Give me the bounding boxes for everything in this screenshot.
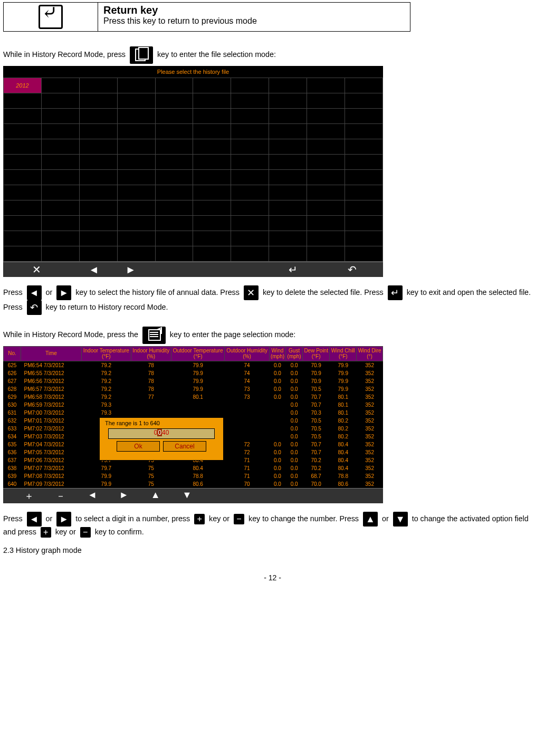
file-grid-cell[interactable] [269,155,307,170]
file-grid-cell[interactable] [41,185,79,200]
file-grid-cell[interactable] [307,246,345,262]
file-grid-cell[interactable] [231,124,269,139]
file-grid-cell[interactable] [345,185,383,200]
file-grid-cell[interactable] [79,200,117,216]
file-grid-cell[interactable] [231,216,269,231]
file-grid-cell[interactable] [307,231,345,246]
file-grid-cell[interactable] [79,216,117,231]
file-grid-cell[interactable] [155,170,193,185]
file-grid-cell[interactable] [4,139,42,155]
file-grid-cell[interactable] [307,78,345,93]
file-grid-cell[interactable] [155,124,193,139]
file-grid-cell[interactable] [345,155,383,170]
file-grid-cell[interactable] [117,216,155,231]
left-arrow-icon[interactable]: ◄ [57,262,115,277]
file-grid-cell[interactable] [155,200,193,216]
file-grid-cell[interactable] [307,139,345,155]
file-grid-cell[interactable] [117,231,155,246]
file-grid-cell[interactable] [193,78,231,93]
down-arrow-icon[interactable]: ▼ [182,489,214,503]
file-grid-cell[interactable] [155,246,193,262]
file-grid-cell[interactable] [41,200,79,216]
file-grid-cell[interactable] [269,93,307,109]
file-grid-cell[interactable] [307,93,345,109]
ok-button[interactable]: Ok [117,441,160,452]
file-grid-cell[interactable] [231,185,269,200]
right-arrow-icon[interactable]: ► [115,262,152,277]
file-grid-cell[interactable] [231,200,269,216]
file-grid-cell[interactable] [345,124,383,139]
file-grid-cell[interactable] [193,109,231,124]
file-grid-cell[interactable] [345,200,383,216]
file-grid-cell[interactable] [41,170,79,185]
up-arrow-icon[interactable]: ▲ [151,489,183,503]
file-grid-cell[interactable] [231,155,269,170]
cancel-button[interactable]: Cancel [163,441,206,452]
file-grid-cell[interactable] [193,139,231,155]
file-grid-cell[interactable] [117,139,155,155]
file-grid-cell[interactable] [155,155,193,170]
file-grid-cell[interactable] [307,124,345,139]
file-grid-cell[interactable] [79,93,117,109]
file-grid-cell[interactable] [231,139,269,155]
file-grid-cell[interactable] [4,231,42,246]
file-grid-cell[interactable] [307,155,345,170]
file-grid-cell[interactable] [269,124,307,139]
plus-icon[interactable]: ＋ [24,489,56,503]
file-grid-cell[interactable] [41,124,79,139]
file-grid-cell[interactable] [269,200,307,216]
file-grid-cell[interactable] [345,216,383,231]
return-toolbar-icon[interactable]: ↶ [319,262,383,277]
file-grid-cell[interactable] [79,170,117,185]
file-grid-cell[interactable] [117,155,155,170]
file-grid-cell[interactable] [79,246,117,262]
file-grid-cell[interactable] [41,139,79,155]
file-grid-cell[interactable] [117,170,155,185]
file-grid-cell[interactable] [307,109,345,124]
file-grid-cell[interactable] [117,246,155,262]
left-arrow-icon[interactable]: ◄ [88,489,119,503]
file-grid-cell[interactable] [4,93,42,109]
file-grid-cell[interactable] [79,185,117,200]
file-grid-cell[interactable] [269,231,307,246]
file-grid-cell[interactable] [79,124,117,139]
file-grid-cell[interactable] [41,109,79,124]
file-grid-cell[interactable] [155,185,193,200]
right-arrow-icon[interactable]: ► [119,489,151,503]
file-grid-cell[interactable] [155,78,193,93]
file-grid-cell[interactable] [155,139,193,155]
file-grid-cell[interactable] [193,200,231,216]
file-grid-cell[interactable] [4,216,42,231]
file-grid-cell[interactable] [307,216,345,231]
file-grid-cell[interactable] [4,170,42,185]
file-grid-cell[interactable] [269,246,307,262]
file-grid-cell[interactable] [41,78,79,93]
file-grid-cell[interactable] [231,231,269,246]
file-grid-cell[interactable] [269,139,307,155]
file-grid-cell[interactable] [193,155,231,170]
file-grid-cell[interactable] [231,93,269,109]
file-grid-cell[interactable] [269,216,307,231]
file-grid-cell[interactable] [231,78,269,93]
file-grid-cell[interactable] [4,185,42,200]
file-grid-cell[interactable] [269,109,307,124]
file-grid-cell[interactable] [345,246,383,262]
file-grid-cell[interactable] [269,78,307,93]
file-grid-cell[interactable] [193,124,231,139]
file-grid-cell[interactable] [155,93,193,109]
file-grid-cell[interactable] [4,124,42,139]
file-grid-cell[interactable] [231,109,269,124]
file-grid-cell[interactable] [193,170,231,185]
file-grid-cell[interactable] [345,170,383,185]
file-grid-cell[interactable] [269,170,307,185]
file-grid-cell[interactable] [4,155,42,170]
enter-icon[interactable]: ↵ [260,262,319,277]
file-grid-cell[interactable] [307,200,345,216]
file-grid-cell[interactable] [231,246,269,262]
file-grid-cell[interactable] [193,216,231,231]
file-grid-cell[interactable] [231,170,269,185]
file-grid-cell[interactable] [155,216,193,231]
file-grid-cell[interactable] [117,93,155,109]
dialog-input[interactable]: 0040 [108,428,215,439]
file-grid-cell[interactable] [79,109,117,124]
